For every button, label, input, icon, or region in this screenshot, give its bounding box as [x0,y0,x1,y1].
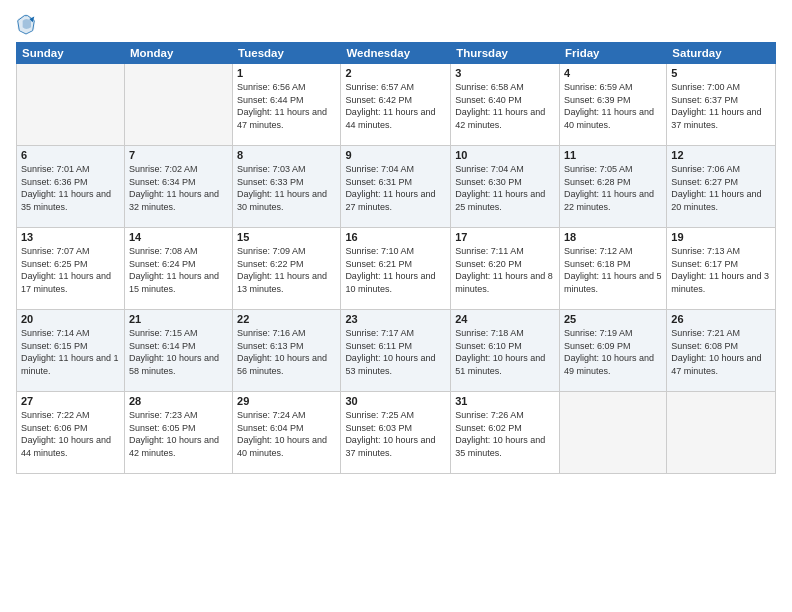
calendar-cell: 26Sunrise: 7:21 AMSunset: 6:08 PMDayligh… [667,310,776,392]
day-number: 15 [237,231,336,243]
day-detail: Sunrise: 7:04 AMSunset: 6:30 PMDaylight:… [455,163,555,213]
calendar-cell: 21Sunrise: 7:15 AMSunset: 6:14 PMDayligh… [124,310,232,392]
day-detail: Sunrise: 7:14 AMSunset: 6:15 PMDaylight:… [21,327,120,377]
day-number: 2 [345,67,446,79]
day-detail: Sunrise: 6:56 AMSunset: 6:44 PMDaylight:… [237,81,336,131]
day-detail: Sunrise: 7:18 AMSunset: 6:10 PMDaylight:… [455,327,555,377]
day-number: 18 [564,231,662,243]
day-detail: Sunrise: 7:26 AMSunset: 6:02 PMDaylight:… [455,409,555,459]
calendar-cell: 14Sunrise: 7:08 AMSunset: 6:24 PMDayligh… [124,228,232,310]
day-detail: Sunrise: 7:03 AMSunset: 6:33 PMDaylight:… [237,163,336,213]
calendar-cell: 7Sunrise: 7:02 AMSunset: 6:34 PMDaylight… [124,146,232,228]
day-number: 29 [237,395,336,407]
day-detail: Sunrise: 7:23 AMSunset: 6:05 PMDaylight:… [129,409,228,459]
day-number: 28 [129,395,228,407]
day-detail: Sunrise: 7:07 AMSunset: 6:25 PMDaylight:… [21,245,120,295]
calendar-cell: 24Sunrise: 7:18 AMSunset: 6:10 PMDayligh… [451,310,560,392]
day-detail: Sunrise: 7:00 AMSunset: 6:37 PMDaylight:… [671,81,771,131]
calendar-cell: 10Sunrise: 7:04 AMSunset: 6:30 PMDayligh… [451,146,560,228]
day-detail: Sunrise: 7:21 AMSunset: 6:08 PMDaylight:… [671,327,771,377]
header [16,12,776,36]
calendar-cell: 22Sunrise: 7:16 AMSunset: 6:13 PMDayligh… [233,310,341,392]
calendar-cell: 13Sunrise: 7:07 AMSunset: 6:25 PMDayligh… [17,228,125,310]
calendar-cell: 11Sunrise: 7:05 AMSunset: 6:28 PMDayligh… [559,146,666,228]
day-detail: Sunrise: 7:02 AMSunset: 6:34 PMDaylight:… [129,163,228,213]
weekday-header-friday: Friday [559,43,666,64]
day-detail: Sunrise: 7:24 AMSunset: 6:04 PMDaylight:… [237,409,336,459]
day-number: 21 [129,313,228,325]
calendar-cell: 29Sunrise: 7:24 AMSunset: 6:04 PMDayligh… [233,392,341,474]
day-detail: Sunrise: 6:58 AMSunset: 6:40 PMDaylight:… [455,81,555,131]
day-detail: Sunrise: 7:01 AMSunset: 6:36 PMDaylight:… [21,163,120,213]
calendar-table: SundayMondayTuesdayWednesdayThursdayFrid… [16,42,776,474]
day-detail: Sunrise: 7:05 AMSunset: 6:28 PMDaylight:… [564,163,662,213]
day-detail: Sunrise: 7:08 AMSunset: 6:24 PMDaylight:… [129,245,228,295]
calendar-cell [559,392,666,474]
day-number: 26 [671,313,771,325]
weekday-header-row: SundayMondayTuesdayWednesdayThursdayFrid… [17,43,776,64]
calendar-cell: 9Sunrise: 7:04 AMSunset: 6:31 PMDaylight… [341,146,451,228]
weekday-header-wednesday: Wednesday [341,43,451,64]
day-number: 17 [455,231,555,243]
day-detail: Sunrise: 6:57 AMSunset: 6:42 PMDaylight:… [345,81,446,131]
calendar-cell: 28Sunrise: 7:23 AMSunset: 6:05 PMDayligh… [124,392,232,474]
day-detail: Sunrise: 7:10 AMSunset: 6:21 PMDaylight:… [345,245,446,295]
calendar-cell: 20Sunrise: 7:14 AMSunset: 6:15 PMDayligh… [17,310,125,392]
day-number: 6 [21,149,120,161]
weekday-header-saturday: Saturday [667,43,776,64]
day-number: 12 [671,149,771,161]
calendar-week-row: 6Sunrise: 7:01 AMSunset: 6:36 PMDaylight… [17,146,776,228]
logo-icon [16,12,36,36]
day-detail: Sunrise: 7:11 AMSunset: 6:20 PMDaylight:… [455,245,555,295]
day-detail: Sunrise: 7:25 AMSunset: 6:03 PMDaylight:… [345,409,446,459]
day-number: 19 [671,231,771,243]
calendar-cell: 12Sunrise: 7:06 AMSunset: 6:27 PMDayligh… [667,146,776,228]
calendar-week-row: 27Sunrise: 7:22 AMSunset: 6:06 PMDayligh… [17,392,776,474]
day-number: 1 [237,67,336,79]
day-detail: Sunrise: 7:15 AMSunset: 6:14 PMDaylight:… [129,327,228,377]
calendar-week-row: 1Sunrise: 6:56 AMSunset: 6:44 PMDaylight… [17,64,776,146]
calendar-cell: 27Sunrise: 7:22 AMSunset: 6:06 PMDayligh… [17,392,125,474]
calendar-cell: 6Sunrise: 7:01 AMSunset: 6:36 PMDaylight… [17,146,125,228]
day-number: 25 [564,313,662,325]
day-number: 16 [345,231,446,243]
calendar-cell: 8Sunrise: 7:03 AMSunset: 6:33 PMDaylight… [233,146,341,228]
calendar-cell: 30Sunrise: 7:25 AMSunset: 6:03 PMDayligh… [341,392,451,474]
day-number: 13 [21,231,120,243]
day-detail: Sunrise: 7:22 AMSunset: 6:06 PMDaylight:… [21,409,120,459]
calendar-week-row: 20Sunrise: 7:14 AMSunset: 6:15 PMDayligh… [17,310,776,392]
day-number: 8 [237,149,336,161]
day-number: 22 [237,313,336,325]
day-number: 4 [564,67,662,79]
day-detail: Sunrise: 7:09 AMSunset: 6:22 PMDaylight:… [237,245,336,295]
day-number: 23 [345,313,446,325]
calendar-cell: 2Sunrise: 6:57 AMSunset: 6:42 PMDaylight… [341,64,451,146]
calendar-cell: 4Sunrise: 6:59 AMSunset: 6:39 PMDaylight… [559,64,666,146]
day-number: 31 [455,395,555,407]
day-detail: Sunrise: 7:19 AMSunset: 6:09 PMDaylight:… [564,327,662,377]
day-number: 9 [345,149,446,161]
calendar-cell: 3Sunrise: 6:58 AMSunset: 6:40 PMDaylight… [451,64,560,146]
logo [16,12,38,36]
weekday-header-thursday: Thursday [451,43,560,64]
day-number: 14 [129,231,228,243]
calendar-cell: 19Sunrise: 7:13 AMSunset: 6:17 PMDayligh… [667,228,776,310]
calendar-cell: 25Sunrise: 7:19 AMSunset: 6:09 PMDayligh… [559,310,666,392]
day-number: 3 [455,67,555,79]
calendar-cell: 17Sunrise: 7:11 AMSunset: 6:20 PMDayligh… [451,228,560,310]
page-container: SundayMondayTuesdayWednesdayThursdayFrid… [0,0,792,482]
calendar-cell [124,64,232,146]
day-number: 7 [129,149,228,161]
calendar-cell: 23Sunrise: 7:17 AMSunset: 6:11 PMDayligh… [341,310,451,392]
day-number: 24 [455,313,555,325]
calendar-cell: 5Sunrise: 7:00 AMSunset: 6:37 PMDaylight… [667,64,776,146]
calendar-cell: 15Sunrise: 7:09 AMSunset: 6:22 PMDayligh… [233,228,341,310]
day-detail: Sunrise: 7:12 AMSunset: 6:18 PMDaylight:… [564,245,662,295]
calendar-cell [17,64,125,146]
calendar-week-row: 13Sunrise: 7:07 AMSunset: 6:25 PMDayligh… [17,228,776,310]
calendar-cell: 16Sunrise: 7:10 AMSunset: 6:21 PMDayligh… [341,228,451,310]
calendar-cell: 31Sunrise: 7:26 AMSunset: 6:02 PMDayligh… [451,392,560,474]
day-detail: Sunrise: 7:17 AMSunset: 6:11 PMDaylight:… [345,327,446,377]
day-detail: Sunrise: 7:04 AMSunset: 6:31 PMDaylight:… [345,163,446,213]
day-detail: Sunrise: 6:59 AMSunset: 6:39 PMDaylight:… [564,81,662,131]
